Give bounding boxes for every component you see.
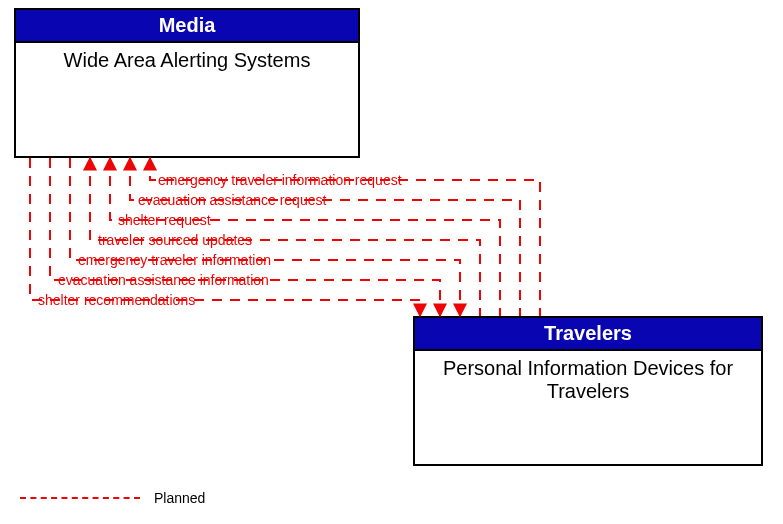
flow-label: traveler sourced updates	[98, 232, 252, 248]
flow-label: emergency traveler information request	[158, 172, 402, 188]
flow-label: emergency traveler information	[78, 252, 271, 268]
flow-label: evacuation assistance information	[58, 272, 269, 288]
flow-label: shelter recommendations	[38, 292, 195, 308]
node-media: Media Wide Area Alerting Systems	[14, 8, 360, 158]
node-travelers: Travelers Personal Information Devices f…	[413, 316, 763, 466]
node-travelers-header: Travelers	[415, 318, 761, 351]
node-media-title: Wide Area Alerting Systems	[16, 43, 358, 112]
node-travelers-title: Personal Information Devices for Travele…	[415, 351, 761, 443]
node-media-header: Media	[16, 10, 358, 43]
flow-label: evacuation assistance request	[138, 192, 326, 208]
flow-label: shelter request	[118, 212, 211, 228]
legend: Planned	[20, 490, 205, 506]
legend-planned-line	[20, 497, 140, 499]
legend-planned-label: Planned	[154, 490, 205, 506]
